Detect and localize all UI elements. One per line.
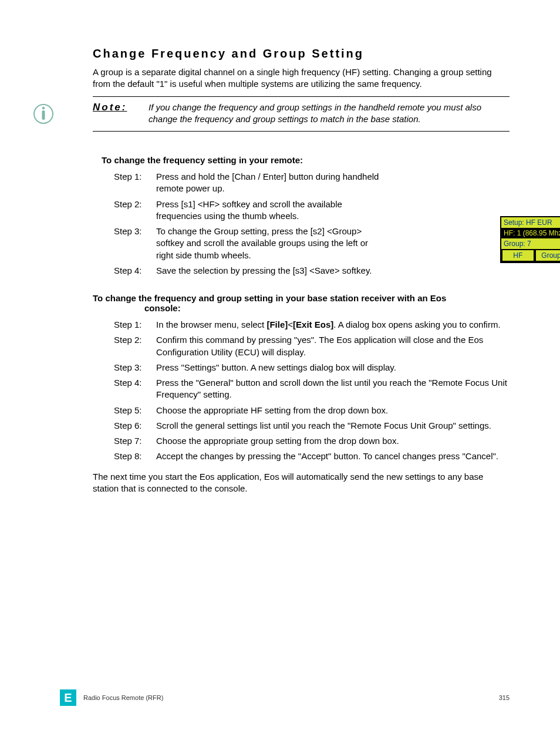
info-icon [33, 103, 54, 124]
step-label: Step 6: [114, 420, 156, 432]
step-item: Step 6:Scroll the general settings list … [114, 420, 510, 432]
closing-paragraph: The next time you start the Eos applicat… [93, 471, 510, 495]
step-item: Step 2:Confirm this command by pressing … [114, 334, 510, 358]
step-item: Step 8:Accept the changes by pressing th… [114, 450, 510, 462]
step-label: Step 4: [114, 377, 156, 401]
step-label: Step 7: [114, 435, 156, 447]
footer-title: Radio Focus Remote (RFR) [83, 694, 486, 701]
section2-title: To change the frequency and group settin… [93, 293, 510, 313]
step-text: Press and hold the [Chan / Enter] button… [156, 171, 385, 195]
step-item: Step 4:Save the selection by pressing th… [114, 265, 510, 277]
section2-steps: Step 1:In the browser menu, select [File… [114, 319, 510, 463]
display-line2: HF: 1 (868.95 Mhz) [501, 228, 560, 238]
step-text: Scroll the general settings list until y… [156, 420, 510, 432]
step-text: Choose the appropriate group setting fro… [156, 435, 510, 447]
step-label: Step 2: [114, 334, 156, 358]
step-bold: [File] [266, 319, 288, 329]
step-text: In the browser menu, select [File]<[Exit… [156, 319, 510, 331]
svg-point-1 [42, 107, 45, 109]
note-block: Note: If you change the frequency and gr… [93, 96, 510, 132]
step-mid: < [288, 319, 293, 329]
step-item: Step 5:Choose the appropriate HF setting… [114, 405, 510, 416]
step-item: Step 1:Press and hold the [Chan / Enter]… [114, 171, 510, 195]
softkey-hf: HF [502, 250, 534, 261]
display-line3: Group: 7 [501, 238, 560, 249]
note-label: Note: [93, 102, 149, 126]
step-text: Confirm this command by pressing "yes". … [156, 334, 510, 358]
step-text: Accept the changes by pressing the "Acce… [156, 450, 510, 462]
softkey-group: Group [536, 250, 560, 261]
step-label: Step 8: [114, 450, 156, 462]
step-label: Step 1: [114, 319, 156, 331]
step-label: Step 2: [114, 198, 156, 223]
step-text: Press the "General" button and scroll do… [156, 377, 510, 401]
section2-title-b: console: [144, 303, 510, 313]
step-label: Step 4: [114, 265, 156, 277]
step-text: Save the selection by pressing the [s3] … [156, 265, 385, 277]
step-label: Step 3: [114, 226, 156, 261]
section1-title: To change the frequency setting in your … [102, 155, 510, 165]
step-item: Step 2:Press [s1] <HF> softkey and scrol… [114, 198, 510, 223]
intro-paragraph: A group is a separate digital channel on… [93, 66, 510, 90]
step-pre: In the browser menu, select [156, 319, 266, 329]
display-line1: Setup: HF EUR [501, 217, 560, 228]
step-label: Step 5: [114, 405, 156, 416]
step-bold: [Exit Eos] [293, 319, 333, 329]
section1-steps: Step 1:Press and hold the [Chan / Enter]… [114, 171, 510, 277]
step-item: Step 1:In the browser menu, select [File… [114, 319, 510, 331]
step-text: Choose the appropriate HF setting from t… [156, 405, 510, 416]
step-text: Press [s1] <HF> softkey and scroll the a… [156, 198, 385, 223]
display-softkeys: HF Group Save [501, 249, 560, 262]
step-label: Step 1: [114, 171, 156, 195]
step-label: Step 3: [114, 362, 156, 374]
svg-rect-2 [42, 110, 45, 120]
section2-title-a: To change the frequency and group settin… [93, 293, 446, 303]
step-text: Press "Settings" button. A new settings … [156, 362, 510, 374]
step-item: Step 3:To change the Group setting, pres… [114, 226, 510, 261]
note-text: If you change the frequency and group se… [149, 102, 510, 126]
step-item: Step 3:Press "Settings" button. A new se… [114, 362, 510, 374]
step-item: Step 4:Press the "General" button and sc… [114, 377, 510, 401]
page-footer: E Radio Focus Remote (RFR) 315 [60, 689, 510, 706]
page-number: 315 [486, 694, 510, 701]
step-post: . A dialog box opens asking you to confi… [333, 319, 500, 329]
appendix-badge: E [60, 689, 76, 706]
remote-display: Setup: HF EUR HF: 1 (868.95 Mhz) Group: … [500, 216, 560, 263]
step-item: Step 7:Choose the appropriate group sett… [114, 435, 510, 447]
page-heading: Change Frequency and Group Setting [93, 47, 510, 60]
step-text: To change the Group setting, press the [… [156, 226, 385, 261]
